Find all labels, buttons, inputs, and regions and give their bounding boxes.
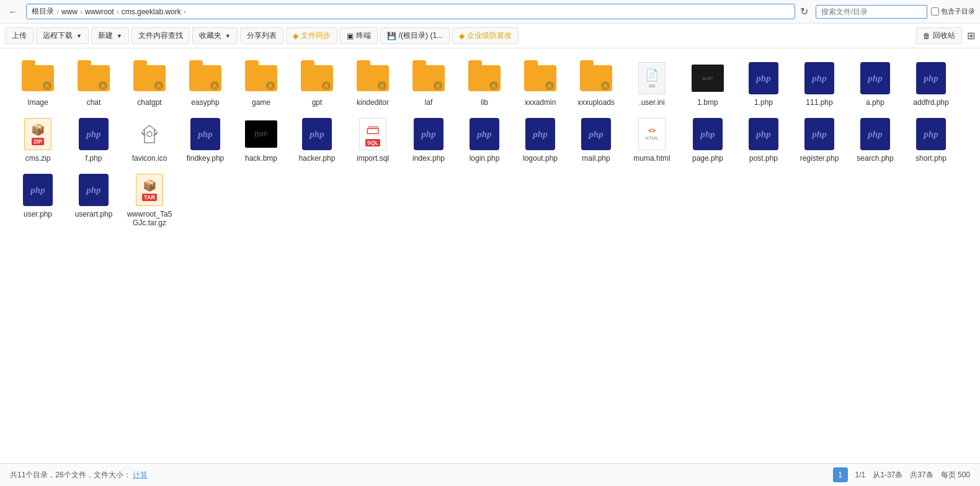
list-item[interactable]: 📦 TAR wwwroot_Ta5GJc.tar.gz [122,168,177,232]
list-item[interactable]: 🔒 chat [66,56,122,112]
list-item[interactable]: 🔒 kindeditor [345,56,401,112]
list-item[interactable]: 🔒 gpt [289,56,345,112]
list-item[interactable]: 📄 INI .user.ini [624,56,680,112]
folder-icon: 🔒 [22,65,54,91]
diamond2-icon: ◆ [459,32,465,40]
address-bar: ← 根目录 › www › wwwroot › cms.geeklab.work… [0,0,980,24]
breadcrumb-root[interactable]: 根目录 [32,6,54,17]
list-item[interactable]: 🔒 laf [401,56,457,112]
file-label: chatgpt [137,98,161,107]
list-item[interactable]: 🔒 xxxadmin [512,56,568,112]
list-item[interactable]: php login.php [457,112,512,168]
list-item[interactable]: favicon.ico [122,112,177,168]
list-item[interactable]: php page.php [680,112,736,168]
file-icon-wrap: php [746,61,781,96]
list-item[interactable]: 🔒 Image [10,56,66,112]
search-subdirectory-checkbox[interactable] [931,7,939,16]
share-list-button[interactable]: 分享列表 [240,27,283,44]
file-label: short.php [915,154,947,163]
php-icon: php [916,118,946,150]
file-label: lib [481,98,488,107]
list-item[interactable]: php f.php [66,112,122,168]
file-label: page.php [692,154,723,163]
file-label: a.php [866,98,884,107]
list-item[interactable]: php findkey.php [177,112,233,168]
list-item[interactable]: php search.php [847,112,903,168]
recycle-button[interactable]: 🗑 回收站 [916,27,962,44]
grid-view-toggle[interactable]: ⊞ [967,30,975,42]
list-item[interactable]: BMP 1.bmp [680,56,736,112]
file-icon-wrap: 🔒 [300,61,334,96]
php-icon: php [79,118,109,150]
folder-icon: 🔒 [357,65,389,91]
file-label: userart.php [75,210,113,218]
search-input[interactable] [816,5,927,19]
list-item[interactable]: php a.php [847,56,903,112]
sql-icon: 🗃 SQL [359,118,386,150]
list-item[interactable]: 🗃 SQL import.sql [345,112,401,168]
list-item[interactable]: php userart.php [66,168,122,232]
php-icon: php [749,118,778,150]
html-icon: <> HTML [638,118,666,150]
list-item[interactable]: <> HTML muma.html [624,112,680,168]
refresh-button[interactable]: ↻ [800,6,808,17]
search-area: 包含子目录 [816,5,975,19]
list-item[interactable]: 🔒 chatgpt [122,56,177,112]
list-item[interactable]: php post.php [736,112,791,168]
list-item[interactable]: 🔒 xxxuploads [568,56,624,112]
php-icon: php [581,118,611,150]
terminal-button[interactable]: ▣ 终端 [340,27,378,44]
file-icon-wrap: 🔒 [132,61,167,96]
file-label: search.php [857,154,893,163]
php-icon: php [23,174,53,206]
php-icon: php [860,62,890,94]
breadcrumb-cms[interactable]: cms.geeklab.work [122,7,181,16]
file-label: index.php [412,154,445,163]
file-label: login.php [470,154,500,163]
list-item[interactable]: 🔒 easyphp [177,56,233,112]
file-sync-button[interactable]: ◆ 文件同步 [286,27,337,44]
list-item[interactable]: php short.php [903,112,959,168]
list-item[interactable]: php index.php [401,112,457,168]
file-icon-wrap: 🔒 [20,61,55,96]
folder-icon: 🔒 [580,65,612,91]
file-label: cms.zip [25,154,51,163]
file-label: Image [27,98,48,107]
upload-button[interactable]: 上传 [5,27,33,44]
file-icon-wrap: php [802,117,837,151]
search-checkbox-label[interactable]: 包含子目录 [931,7,975,16]
list-item[interactable]: 📦 ZIP cms.zip [10,112,66,168]
list-item[interactable]: php mail.php [568,112,624,168]
list-item[interactable]: php 1.php [736,56,791,112]
breadcrumb-wwwroot[interactable]: wwwroot [85,7,114,16]
list-item[interactable]: BMP hack.bmp [233,112,289,168]
ico-icon [135,119,164,149]
list-item[interactable]: php addfrd.php [903,56,959,112]
file-icon-wrap: php [858,61,893,96]
collect-button[interactable]: 收藏夹 [192,27,238,44]
new-button[interactable]: 新建 [91,27,129,44]
list-item[interactable]: 🔒 game [233,56,289,112]
breadcrumb-www[interactable]: www [61,7,78,16]
root-button[interactable]: 💾 /(根目录) (1... [380,27,450,44]
file-label: .user.ini [639,98,664,107]
php-icon: php [916,62,946,94]
list-item[interactable]: php user.php [10,168,66,232]
list-item[interactable]: 🔒 lib [457,56,512,112]
file-icon-wrap: php [20,173,55,207]
list-item[interactable]: php hacker.php [289,112,345,168]
back-button[interactable]: ← [5,6,21,18]
file-label: xxxadmin [525,98,556,107]
list-item[interactable]: php 111.php [791,56,847,112]
file-icon-wrap [132,117,167,151]
file-content-search-button[interactable]: 文件内容查找 [131,27,190,44]
remote-download-button[interactable]: 远程下载 [36,27,89,44]
file-icon-wrap: php [914,61,948,96]
file-icon-wrap: 🔒 [523,61,558,96]
lock-icon: 🔒 [99,81,107,90]
list-item[interactable]: php register.php [791,112,847,168]
list-item[interactable]: php logout.php [512,112,568,168]
trash-icon: 🗑 [923,32,930,40]
enterprise-button[interactable]: ◆ 企业级防篡改 [452,27,519,44]
file-label: gpt [312,98,323,107]
